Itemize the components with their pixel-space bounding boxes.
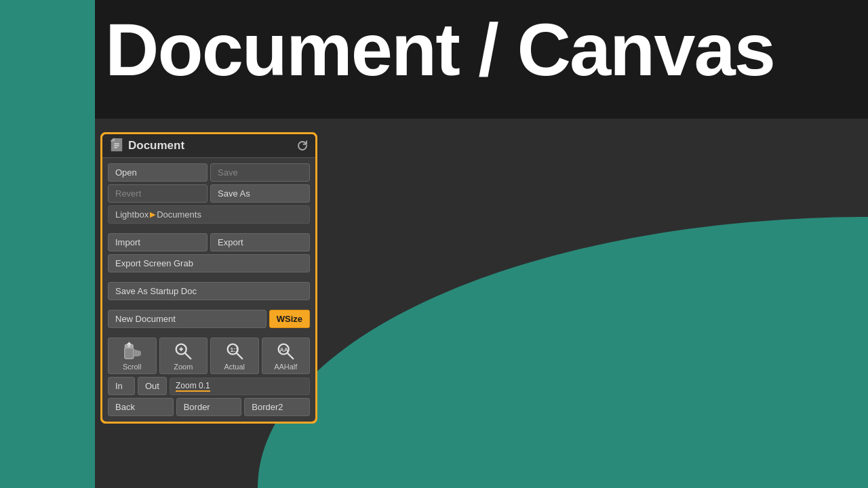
zoom-view-button[interactable]: Zoom xyxy=(159,338,208,374)
panel-header: Document xyxy=(102,134,315,158)
panel-content: Open Save Revert Save As Lightbox▶Docume… xyxy=(102,158,315,419)
actual-label: Actual xyxy=(224,363,245,371)
svg-rect-4 xyxy=(134,350,136,356)
panel-header-left: Document xyxy=(109,138,184,153)
actual-button[interactable]: 1:1 Actual xyxy=(210,338,259,374)
document-panel: Document Open Save Revert Save As Lightb… xyxy=(100,132,317,424)
path-display[interactable]: Lightbox▶Documents xyxy=(108,205,310,224)
svg-rect-6 xyxy=(138,351,140,356)
spacer-2 xyxy=(108,275,310,282)
actual-icon: 1:1 xyxy=(224,341,245,361)
svg-line-14 xyxy=(237,353,242,359)
scroll-button[interactable]: Scroll xyxy=(108,338,157,374)
path-row: Lightbox▶Documents xyxy=(108,205,310,224)
import-export-row: Import Export xyxy=(108,233,310,251)
save-button[interactable]: Save xyxy=(210,163,310,182)
spacer-1 xyxy=(108,226,310,233)
zoom-view-label: Zoom xyxy=(174,363,193,371)
back-button[interactable]: Back xyxy=(108,398,174,416)
scroll-icon xyxy=(122,341,142,361)
export-button[interactable]: Export xyxy=(210,233,310,251)
view-icons-row: Scroll Zoom 1:1 Actual xyxy=(108,338,310,374)
bottom-row: Back Border Border2 xyxy=(108,398,310,416)
path-main: Lightbox xyxy=(115,209,149,220)
new-doc-row: New Document WSize xyxy=(108,310,310,328)
svg-line-10 xyxy=(185,353,191,359)
wsize-button[interactable]: WSize xyxy=(269,310,310,328)
export-screen-grab-button[interactable]: Export Screen Grab xyxy=(108,254,310,272)
svg-text:AA: AA xyxy=(280,346,288,353)
save-startup-row: Save As Startup Doc xyxy=(108,282,310,300)
zoom-in-button[interactable]: In xyxy=(108,377,135,395)
document-icon xyxy=(109,138,124,153)
import-button[interactable]: Import xyxy=(108,233,208,251)
save-as-startup-button[interactable]: Save As Startup Doc xyxy=(108,282,310,300)
svg-line-17 xyxy=(288,353,293,359)
zoom-value-display: Zoom 0.1 xyxy=(170,378,310,395)
save-as-button[interactable]: Save As xyxy=(210,184,310,203)
teal-left-background xyxy=(0,0,95,488)
aahalf-icon: AA xyxy=(275,341,296,361)
border-button[interactable]: Border xyxy=(176,398,242,416)
svg-rect-3 xyxy=(125,347,134,359)
page-title: Document / Canvas xyxy=(105,12,774,87)
spacer-3 xyxy=(108,303,310,310)
revert-button[interactable]: Revert xyxy=(108,184,208,203)
path-sub: Documents xyxy=(157,209,201,220)
open-button[interactable]: Open xyxy=(108,163,208,182)
path-arrow: ▶ xyxy=(150,210,155,219)
revert-saveas-row: Revert Save As xyxy=(108,184,310,203)
spacer-4 xyxy=(108,331,310,338)
panel-title: Document xyxy=(128,139,184,152)
aahalf-button[interactable]: AA AAHalf xyxy=(262,338,311,374)
svg-rect-5 xyxy=(136,350,138,356)
new-document-button[interactable]: New Document xyxy=(108,310,267,328)
border2-button[interactable]: Border2 xyxy=(244,398,310,416)
zoom-label: Zoom 0.1 xyxy=(176,381,210,392)
zoom-view-icon xyxy=(173,341,193,361)
refresh-icon[interactable] xyxy=(296,140,309,152)
svg-text:1:1: 1:1 xyxy=(230,346,238,353)
open-save-row: Open Save xyxy=(108,163,310,182)
zoom-out-button[interactable]: Out xyxy=(138,377,167,395)
export-screen-grab-row: Export Screen Grab xyxy=(108,254,310,272)
aahalf-label: AAHalf xyxy=(274,363,297,371)
zoom-controls-row: In Out Zoom 0.1 xyxy=(108,377,310,395)
scroll-label: Scroll xyxy=(123,363,142,371)
